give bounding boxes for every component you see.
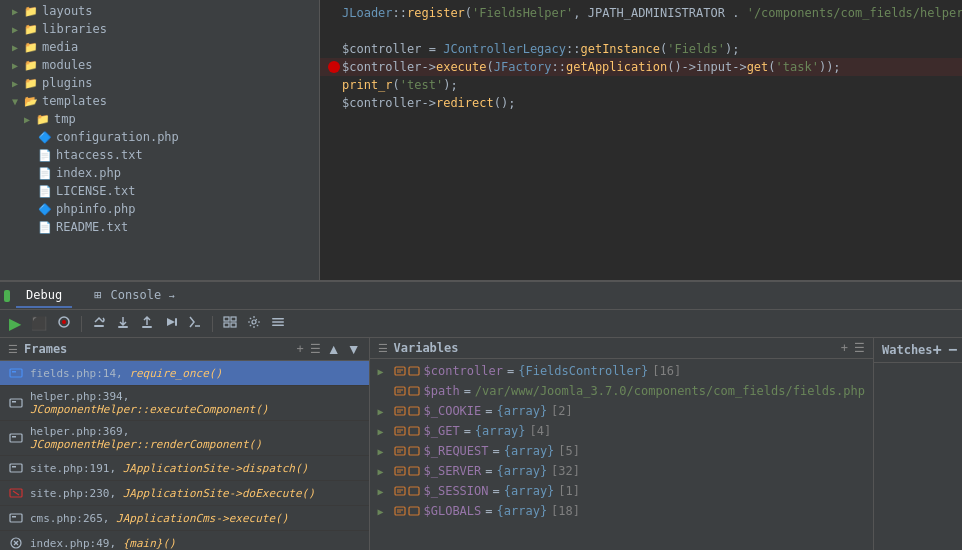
step-into-button[interactable] [113, 313, 133, 334]
frame-text-5: cms.php:265, JApplicationCms->execute() [30, 512, 288, 525]
frame-icon-1 [8, 395, 24, 411]
tree-item-htaccess[interactable]: 📄 htaccess.txt [0, 146, 319, 164]
variables-title-row: ☰ Variables [378, 341, 459, 355]
var-icon-cookie [394, 405, 420, 417]
variables-add-btn[interactable]: + [841, 341, 848, 355]
frame-text-0: fields.php:14, require_once() [30, 367, 222, 380]
tree-label-plugins: plugins [42, 76, 93, 90]
svg-line-24 [13, 491, 19, 495]
var-expand-get: ▶ [378, 426, 394, 437]
var-item-path[interactable]: $path = /var/www/Joomla_3.7.0/components… [370, 381, 874, 401]
file-tree: ▶ 📁 layouts ▶ 📁 libraries ▶ 📁 media ▶ 📁 [0, 0, 320, 280]
tree-item-plugins[interactable]: ▶ 📁 plugins [0, 74, 319, 92]
var-item-request[interactable]: ▶ $_REQUEST = {array} [5] [370, 441, 874, 461]
frame-item-4[interactable]: site.php:230, JApplicationSite->doExecut… [0, 481, 369, 506]
var-item-session[interactable]: ▶ $_SESSION = {array} [1] [370, 481, 874, 501]
tree-item-modules[interactable]: ▶ 📁 modules [0, 56, 319, 74]
more-button[interactable] [268, 313, 288, 334]
var-list: ▶ $controller = {FieldsController} [16] [370, 359, 874, 550]
file-icon-configuration: 🔷 [38, 131, 52, 144]
var-icon-request [394, 445, 420, 457]
svg-rect-14 [272, 325, 284, 327]
svg-rect-49 [409, 447, 419, 455]
step-over-button[interactable] [89, 313, 109, 334]
tree-item-libraries[interactable]: ▶ 📁 libraries [0, 20, 319, 38]
app-container: ▶ 📁 layouts ▶ 📁 libraries ▶ 📁 media ▶ 📁 [0, 0, 962, 550]
tree-item-configuration[interactable]: 🔷 configuration.php [0, 128, 319, 146]
console-arrow: → [168, 290, 174, 301]
tree-item-license[interactable]: 📄 LICENSE.txt [0, 182, 319, 200]
watches-add-btn[interactable]: + [933, 341, 942, 359]
frames-title-row: ☰ Frames [8, 342, 67, 356]
stop-button[interactable]: ⬛ [28, 314, 50, 333]
frame-item-5[interactable]: cms.php:265, JApplicationCms->execute() [0, 506, 369, 531]
svg-rect-58 [395, 507, 405, 515]
tree-item-tmp[interactable]: ▶ 📁 tmp [0, 110, 319, 128]
frames-button[interactable] [220, 313, 240, 334]
svg-rect-54 [395, 487, 405, 495]
tree-item-phpinfo[interactable]: 🔷 phpinfo.php [0, 200, 319, 218]
svg-rect-41 [409, 407, 419, 415]
frame-file-2: helper.php:369, [30, 425, 129, 438]
var-icon-get [394, 425, 420, 437]
mute-button[interactable] [54, 313, 74, 334]
frames-add-btn[interactable]: + [297, 342, 304, 356]
watches-title: Watches [882, 343, 933, 357]
var-item-globals[interactable]: ▶ $GLOBALS = {array} [18] [370, 501, 874, 521]
var-item-server[interactable]: ▶ $_SERVER = {array} [32] [370, 461, 874, 481]
frame-icon-0 [8, 365, 24, 381]
var-icon-controller [394, 365, 420, 377]
console-label: Console [111, 288, 162, 302]
var-item-get[interactable]: ▶ $_GET = {array} [4] [370, 421, 874, 441]
frame-method-6: {main}() [123, 537, 176, 550]
toolbar-sep-2 [212, 316, 213, 332]
tree-item-layouts[interactable]: ▶ 📁 layouts [0, 2, 319, 20]
var-val-path: /var/www/Joomla_3.7.0/components/com_fie… [475, 384, 865, 398]
frame-item-6[interactable]: index.php:49, {main}() [0, 531, 369, 550]
var-eq-controller: = [507, 364, 514, 378]
evaluate-button[interactable] [185, 313, 205, 334]
svg-rect-57 [409, 487, 419, 495]
code-line-4: print_r('test'); [320, 76, 962, 94]
var-item-controller[interactable]: ▶ $controller = {FieldsController} [16] [370, 361, 874, 381]
frame-item-1[interactable]: helper.php:394, JComponentHelper::execut… [0, 386, 369, 421]
file-icon-phpinfo: 🔷 [38, 203, 52, 216]
tree-item-index[interactable]: 📄 index.php [0, 164, 319, 182]
frames-down-btn[interactable]: ▼ [347, 341, 361, 357]
var-expand-server: ▶ [378, 466, 394, 477]
folder-icon-tmp: 📁 [36, 113, 50, 126]
frames-settings-btn[interactable]: ☰ [310, 342, 321, 356]
tree-item-templates[interactable]: ▼ 📂 templates [0, 92, 319, 110]
frame-file-0: fields.php:14, [30, 367, 129, 380]
tab-console[interactable]: ⊞ Console → [84, 284, 184, 308]
var-name-session: $_SESSION [424, 484, 489, 498]
svg-rect-33 [409, 367, 419, 375]
frame-text-1: helper.php:394, JComponentHelper::execut… [30, 390, 361, 416]
var-val-server: {array} [497, 464, 548, 478]
code-content-2 [342, 24, 349, 38]
variables-settings-btn[interactable]: ☰ [854, 341, 865, 355]
tree-label-layouts: layouts [42, 4, 93, 18]
frames-title: Frames [24, 342, 67, 356]
resume-button[interactable]: ▶ [6, 312, 24, 335]
file-icon-htaccess: 📄 [38, 149, 52, 162]
frame-item-2[interactable]: helper.php:369, JComponentHelper::render… [0, 421, 369, 456]
run-to-cursor-button[interactable] [161, 313, 181, 334]
svg-rect-30 [395, 367, 405, 375]
frame-item-3[interactable]: site.php:191, JApplicationSite->dispatch… [0, 456, 369, 481]
tree-item-readme[interactable]: 📄 README.txt [0, 218, 319, 236]
watches-remove-btn[interactable]: − [948, 341, 957, 359]
frame-item-0[interactable]: fields.php:14, require_once() [0, 361, 369, 386]
var-item-cookie[interactable]: ▶ $_COOKIE = {array} [2] [370, 401, 874, 421]
svg-rect-20 [12, 436, 16, 438]
var-name-request: $_REQUEST [424, 444, 489, 458]
tree-label-templates: templates [42, 94, 107, 108]
frames-up-btn[interactable]: ▲ [327, 341, 341, 357]
step-out-button[interactable] [137, 313, 157, 334]
tree-item-media[interactable]: ▶ 📁 media [0, 38, 319, 56]
tab-debugger[interactable]: Debug [16, 284, 72, 308]
var-count-session: [1] [558, 484, 580, 498]
settings-button[interactable] [244, 313, 264, 334]
file-icon-readme: 📄 [38, 221, 52, 234]
frame-icon-4 [8, 485, 24, 501]
